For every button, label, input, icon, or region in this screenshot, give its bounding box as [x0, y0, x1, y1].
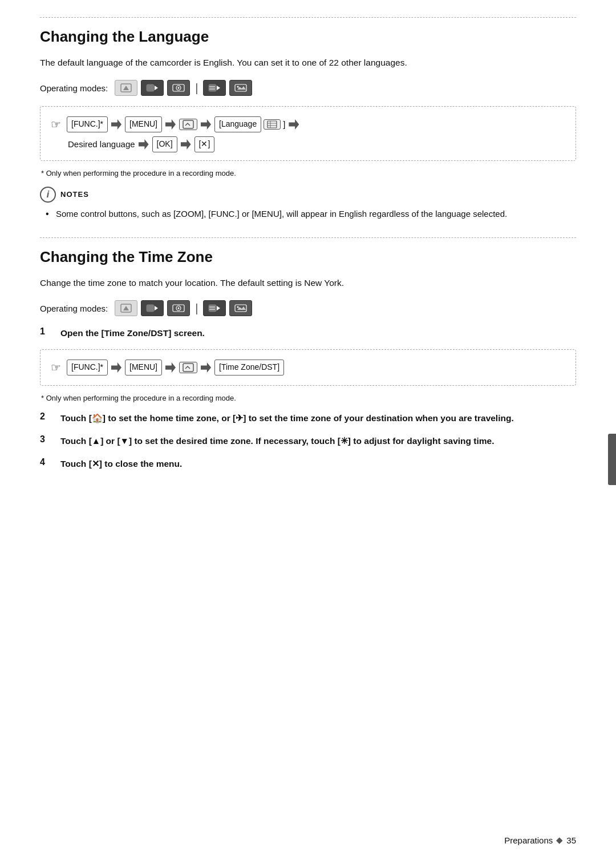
step2: 2 Touch [🏠] to set the home time zone, o… [40, 411, 576, 425]
svg-rect-21 [147, 305, 154, 312]
menu-btn-2: [MENU] [125, 360, 162, 376]
instruction-line2: Desired language [OK] [✕] [51, 136, 565, 152]
scrollbar-indicator[interactable] [608, 434, 616, 485]
op-modes-label-2: Operating modes: [40, 304, 108, 313]
op-icon-playback-video [203, 80, 226, 96]
x-btn: [✕] [194, 136, 215, 152]
step2-text: Touch [🏠] to set the home time zone, or … [60, 411, 576, 425]
op2-icon-playback-video [203, 300, 226, 316]
svg-marker-22 [155, 306, 158, 310]
op-icon-photo [167, 80, 190, 96]
arrow2 [165, 119, 176, 130]
op-pipe: | [195, 82, 198, 95]
hand-icon: ☞ [51, 115, 61, 134]
op2-icon-photo [167, 300, 190, 316]
arrow1 [111, 119, 121, 130]
op2-icon-playback-photo [229, 300, 252, 316]
footer-diamond: ◆ [556, 835, 563, 845]
step1: 1 Open the [Time Zone/DST] screen. [40, 326, 576, 340]
step1-num: 1 [40, 326, 52, 337]
section2: Changing the Time Zone Change the time z… [40, 248, 576, 471]
notes-icon: i [40, 187, 56, 203]
svg-point-13 [237, 86, 239, 88]
page-footer: Preparations ◆ 35 [504, 835, 576, 845]
instruction2-line1: ☞ [FUNC.]* [MENU] [Time Zone/DST] [51, 358, 565, 377]
notes-section: i NOTES Some control buttons, such as [Z… [40, 187, 576, 220]
step3-text: Touch [▲] or [▼] to set the desired time… [60, 434, 576, 448]
ok-btn: [OK] [152, 136, 177, 152]
desired-lang-text: Desired language [68, 137, 135, 152]
arrow6 [181, 139, 191, 150]
step4-text: Touch [✕] to close the menu. [60, 457, 576, 471]
section1-top-border [40, 17, 576, 18]
section1-intro: The default language of the camcorder is… [40, 56, 576, 70]
notes-list: Some control buttons, such as [ZOOM], [F… [40, 207, 576, 220]
hand-icon-2: ☞ [51, 358, 61, 377]
language-img-icon [264, 119, 281, 130]
section2-operating-modes: Operating modes: | [40, 300, 576, 316]
step2-num: 2 [40, 411, 52, 422]
step4: 4 Touch [✕] to close the menu. [40, 457, 576, 471]
step1-text: Open the [Time Zone/DST] screen. [60, 326, 576, 340]
language-btn: [Language [214, 116, 261, 132]
svg-marker-27 [217, 306, 220, 310]
svg-point-25 [178, 308, 180, 309]
arrow2-3 [201, 362, 211, 373]
note-item-1: Some control buttons, such as [ZOOM], [F… [46, 207, 576, 220]
arrow3 [201, 119, 211, 130]
section2-footnote: * Only when performing the procedure in … [41, 394, 576, 402]
section2-title: Changing the Time Zone [40, 248, 576, 266]
page-number: 35 [566, 835, 576, 845]
page: Changing the Language The default langua… [0, 0, 616, 868]
func-btn: [FUNC.]* [67, 116, 108, 132]
op-icon-setup [115, 80, 137, 96]
svg-rect-2 [147, 84, 154, 91]
svg-point-6 [178, 87, 180, 89]
section1-instruction-box: ☞ [FUNC.]* [MENU] [Language [40, 106, 576, 161]
op2-icon-setup [115, 300, 137, 316]
section2-instruction-box: ☞ [FUNC.]* [MENU] [Time Zone/DST] [40, 349, 576, 386]
op-icon-video [141, 80, 164, 96]
menu-btn: [MENU] [125, 116, 162, 132]
section1-operating-modes: Operating modes: [40, 80, 576, 96]
svg-marker-1 [123, 86, 129, 90]
system-icon [179, 119, 197, 130]
svg-marker-8 [217, 86, 220, 90]
func-btn-2: [FUNC.]* [67, 360, 108, 376]
section2-top-border [40, 237, 576, 238]
section2-intro: Change the time zone to match your locat… [40, 276, 576, 290]
footer-text: Preparations [504, 835, 553, 845]
timezone-btn: [Time Zone/DST] [214, 360, 284, 376]
step4-num: 4 [40, 457, 52, 467]
step3-num: 3 [40, 434, 52, 445]
op-icon-playback-photo [229, 80, 252, 96]
arrow2-2 [165, 362, 176, 373]
section1: Changing the Language The default langua… [40, 28, 576, 220]
svg-rect-15 [268, 121, 277, 128]
notes-title: NOTES [60, 190, 89, 199]
svg-marker-3 [155, 86, 158, 90]
op2-icon-video [141, 300, 164, 316]
svg-rect-7 [209, 84, 216, 91]
svg-rect-26 [209, 305, 216, 312]
svg-point-32 [237, 306, 239, 308]
op-modes-label: Operating modes: [40, 83, 108, 93]
instruction-line1: ☞ [FUNC.]* [MENU] [Language [51, 115, 565, 134]
section1-footnote: * Only when performing the procedure in … [41, 169, 576, 177]
arrow5 [139, 139, 149, 150]
op2-pipe: | [195, 302, 198, 315]
system-icon-2 [179, 362, 197, 373]
notes-header: i NOTES [40, 187, 576, 203]
bracket-close: ] [283, 117, 285, 132]
section1-title: Changing the Language [40, 28, 576, 46]
svg-marker-20 [123, 306, 129, 310]
arrow4 [289, 119, 299, 130]
step3: 3 Touch [▲] or [▼] to set the desired ti… [40, 434, 576, 448]
arrow2-1 [111, 362, 121, 373]
